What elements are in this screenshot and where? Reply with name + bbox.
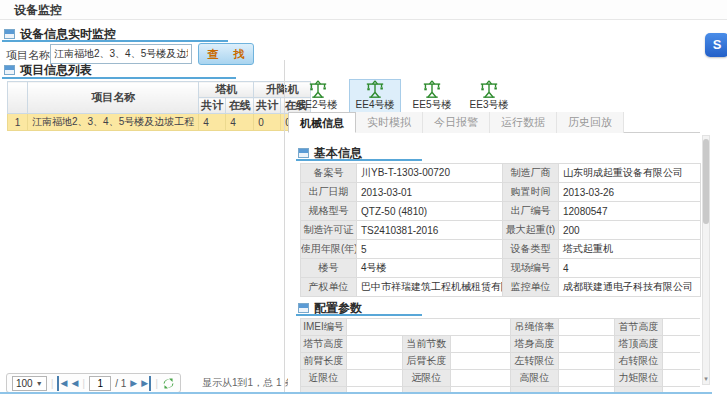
section-realtime-monitor: 设备信息实时监控 xyxy=(4,27,116,41)
tower-crane-icon xyxy=(363,80,387,98)
field-value xyxy=(559,353,615,370)
field-value: 山东明成起重设备有限公司 xyxy=(559,164,701,183)
scrollbar[interactable]: ▾ xyxy=(702,135,710,385)
device-item-ee3[interactable]: EE3号楼 xyxy=(463,79,515,113)
bottom-border xyxy=(0,392,712,394)
tab-realtime-sim[interactable]: 实时模拟 xyxy=(356,112,423,133)
col-tower-online: 在线 xyxy=(226,98,254,114)
field-label: 远限位 xyxy=(403,370,451,387)
field-value xyxy=(347,319,511,336)
field-value xyxy=(663,370,701,387)
field-label: 出厂编号 xyxy=(503,202,559,221)
field-value: 2013-03-26 xyxy=(559,183,701,202)
tab-today-alarms[interactable]: 今日报警 xyxy=(423,112,490,133)
device-selector: EE2号楼 EE4号楼 EE5号楼 xyxy=(292,79,515,113)
basic-info-table: 备案号 川YB-T-1303-00720 制造厂商 山东明成起重设备有限公司 出… xyxy=(300,163,701,297)
detail-tabbar: 机械信息 实时模拟 今日报警 运行数据 历史回放 xyxy=(288,112,700,133)
tab-run-data[interactable]: 运行数据 xyxy=(490,112,557,133)
field-value xyxy=(347,336,403,353)
field-value: 2013-03-01 xyxy=(357,183,503,202)
device-item-ee5[interactable]: EE5号楼 xyxy=(406,79,458,113)
field-label: 后臂长度 xyxy=(403,353,451,370)
refresh-icon xyxy=(162,377,175,390)
field-value: 5 xyxy=(357,240,503,259)
section-basic-info: 基本信息 xyxy=(298,146,362,160)
float-widget-button[interactable]: S xyxy=(705,33,727,57)
page-number-input[interactable] xyxy=(89,376,111,391)
section-config-params: 配置参数 xyxy=(298,301,362,315)
field-value: 川YB-T-1303-00720 xyxy=(357,164,503,183)
section-underline xyxy=(296,314,422,316)
page-size-select[interactable]: 100 ▼ xyxy=(12,376,47,391)
col-tower-total: 共计 xyxy=(199,98,226,114)
search-button[interactable]: 查 找 xyxy=(198,43,254,65)
field-label: 力矩限位 xyxy=(615,370,663,387)
dropdown-icon: ▼ xyxy=(36,380,43,387)
field-label: 塔节高度 xyxy=(301,336,347,353)
tab-machine-info[interactable]: 机械信息 xyxy=(288,112,356,133)
field-label: 塔顶高度 xyxy=(615,336,663,353)
row-tower-online: 4 xyxy=(226,114,254,131)
field-label: 设备类型 xyxy=(503,240,559,259)
field-value xyxy=(559,370,615,387)
field-value xyxy=(663,336,701,353)
field-label: 当前节数 xyxy=(403,336,451,353)
field-value xyxy=(559,336,615,353)
tower-crane-icon xyxy=(306,80,330,98)
field-label: 制造许可证 xyxy=(301,221,357,240)
field-label: IMEI编号 xyxy=(301,319,347,336)
total-pages-label: / 1 xyxy=(115,378,126,389)
panel-divider xyxy=(284,60,285,392)
field-label: 最大起重(t) xyxy=(503,221,559,240)
field-label: 出厂日期 xyxy=(301,183,357,202)
section-title: 项目信息列表 xyxy=(20,62,92,79)
section-underline xyxy=(2,77,236,79)
field-value: 塔式起重机 xyxy=(559,240,701,259)
row-lift-total: 0 xyxy=(254,114,281,131)
field-value xyxy=(451,336,511,353)
section-project-list: 项目信息列表 xyxy=(4,63,92,77)
prev-page-button[interactable]: ◀ xyxy=(71,376,78,391)
field-label: 楼号 xyxy=(301,259,357,278)
field-label: 备案号 xyxy=(301,164,357,183)
field-label: 首节高度 xyxy=(615,319,663,336)
field-label: 现场编号 xyxy=(503,259,559,278)
section-icon xyxy=(4,29,15,39)
section-icon xyxy=(298,148,309,158)
page-size-value: 100 xyxy=(16,378,33,389)
refresh-button[interactable] xyxy=(162,377,175,390)
field-value: QTZ-50 (4810) xyxy=(357,202,503,221)
device-label: EE5号楼 xyxy=(413,98,452,112)
field-label: 吊绳倍率 xyxy=(511,319,559,336)
scroll-down-button[interactable]: ▾ xyxy=(703,374,709,384)
field-label: 塔身高度 xyxy=(511,336,559,353)
field-value xyxy=(347,353,403,370)
field-value: 200 xyxy=(559,221,701,240)
field-value xyxy=(559,319,615,336)
device-item-ee2[interactable]: EE2号楼 xyxy=(292,79,344,113)
device-label: EE2号楼 xyxy=(299,98,338,112)
field-value xyxy=(451,353,511,370)
field-value xyxy=(663,353,701,370)
section-icon xyxy=(4,65,15,75)
field-value: 巴中市祥瑞建筑工程机械租赁有限公司 xyxy=(357,278,503,297)
col-project-name: 项目名称 xyxy=(28,82,199,114)
last-page-button[interactable]: ▶ xyxy=(141,376,151,391)
field-label: 前臂长度 xyxy=(301,353,347,370)
scrollbar-thumb[interactable] xyxy=(703,139,709,224)
device-label: EE3号楼 xyxy=(470,98,509,112)
field-value: 4号楼 xyxy=(357,259,503,278)
device-item-ee4[interactable]: EE4号楼 xyxy=(349,79,401,113)
field-value: 4 xyxy=(559,259,701,278)
first-page-button[interactable]: ◀ xyxy=(57,376,67,391)
section-icon xyxy=(298,303,309,313)
section-underline xyxy=(296,159,422,161)
table-row[interactable]: 1 江南福地2、3、4、5号楼及边坡工程 4 4 0 0 xyxy=(8,114,311,131)
field-value xyxy=(663,319,701,336)
pager-info: 显示从1到1，总 1 条，每页显 xyxy=(202,376,288,390)
tab-history-replay[interactable]: 历史回放 xyxy=(557,112,624,133)
field-label: 制造厂商 xyxy=(503,164,559,183)
field-label: 高限位 xyxy=(511,370,559,387)
row-project-name: 江南福地2、3、4、5号楼及边坡工程 xyxy=(28,114,199,131)
next-page-button[interactable]: ▶ xyxy=(130,376,137,391)
